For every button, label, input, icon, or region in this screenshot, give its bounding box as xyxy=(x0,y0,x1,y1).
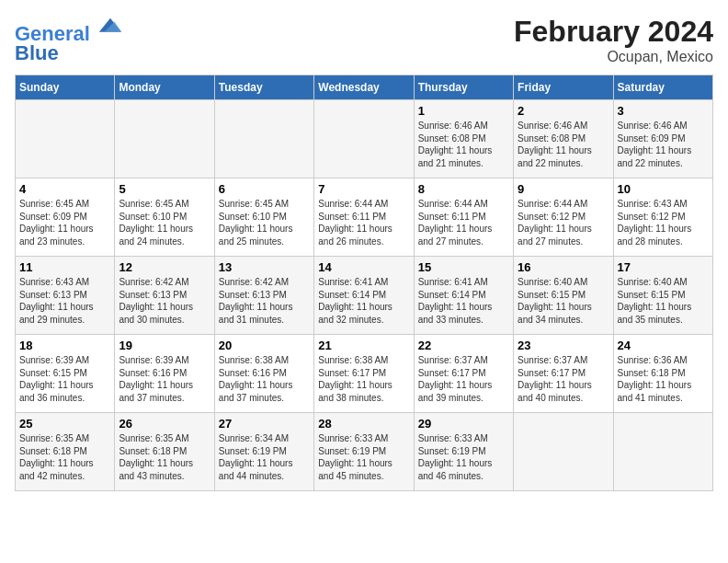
day-info: Sunrise: 6:34 AM Sunset: 6:19 PM Dayligh… xyxy=(219,432,310,482)
calendar-week-2: 11Sunrise: 6:43 AM Sunset: 6:13 PM Dayli… xyxy=(16,257,713,335)
day-number: 2 xyxy=(518,104,609,118)
calendar-cell: 4Sunrise: 6:45 AM Sunset: 6:09 PM Daylig… xyxy=(16,178,115,257)
logo: General Blue xyxy=(15,15,123,65)
calendar-cell: 1Sunrise: 6:46 AM Sunset: 6:08 PM Daylig… xyxy=(414,100,513,178)
calendar-cell: 2Sunrise: 6:46 AM Sunset: 6:08 PM Daylig… xyxy=(514,100,613,178)
day-info: Sunrise: 6:37 AM Sunset: 6:17 PM Dayligh… xyxy=(518,354,609,404)
day-info: Sunrise: 6:33 AM Sunset: 6:19 PM Dayligh… xyxy=(318,432,409,482)
day-number: 11 xyxy=(19,260,110,274)
header: General Blue February 2024 Ocupan, Mexic… xyxy=(15,15,713,65)
calendar-cell: 24Sunrise: 6:36 AM Sunset: 6:18 PM Dayli… xyxy=(613,335,712,413)
day-number: 18 xyxy=(19,339,110,352)
day-info: Sunrise: 6:42 AM Sunset: 6:13 PM Dayligh… xyxy=(119,276,210,326)
day-number: 5 xyxy=(119,182,210,196)
day-number: 22 xyxy=(418,339,509,352)
calendar-cell: 18Sunrise: 6:39 AM Sunset: 6:15 PM Dayli… xyxy=(16,335,115,413)
calendar-cell xyxy=(514,413,613,491)
calendar-week-3: 18Sunrise: 6:39 AM Sunset: 6:15 PM Dayli… xyxy=(16,335,713,413)
day-number: 4 xyxy=(19,182,110,196)
day-info: Sunrise: 6:35 AM Sunset: 6:18 PM Dayligh… xyxy=(19,432,110,482)
day-info: Sunrise: 6:37 AM Sunset: 6:17 PM Dayligh… xyxy=(418,354,509,404)
day-info: Sunrise: 6:39 AM Sunset: 6:16 PM Dayligh… xyxy=(119,354,210,404)
day-number: 19 xyxy=(119,339,210,352)
calendar-header-row: SundayMondayTuesdayWednesdayThursdayFrid… xyxy=(16,75,713,100)
calendar-cell: 12Sunrise: 6:42 AM Sunset: 6:13 PM Dayli… xyxy=(115,257,214,335)
calendar-cell: 16Sunrise: 6:40 AM Sunset: 6:15 PM Dayli… xyxy=(514,257,613,335)
day-info: Sunrise: 6:43 AM Sunset: 6:12 PM Dayligh… xyxy=(618,198,709,247)
calendar-cell xyxy=(214,100,313,178)
calendar-cell xyxy=(314,100,414,178)
day-number: 6 xyxy=(219,182,310,196)
day-number: 15 xyxy=(418,260,509,274)
calendar-cell xyxy=(613,413,712,491)
day-info: Sunrise: 6:45 AM Sunset: 6:10 PM Dayligh… xyxy=(119,198,210,247)
day-info: Sunrise: 6:46 AM Sunset: 6:09 PM Dayligh… xyxy=(618,120,709,169)
day-info: Sunrise: 6:33 AM Sunset: 6:19 PM Dayligh… xyxy=(418,432,509,482)
calendar-cell: 9Sunrise: 6:44 AM Sunset: 6:12 PM Daylig… xyxy=(514,178,613,257)
day-number: 24 xyxy=(618,339,709,352)
day-number: 16 xyxy=(518,260,609,274)
day-number: 25 xyxy=(19,417,110,431)
header-wednesday: Wednesday xyxy=(314,75,414,100)
calendar-cell: 21Sunrise: 6:38 AM Sunset: 6:17 PM Dayli… xyxy=(314,335,414,413)
day-number: 26 xyxy=(119,417,210,431)
calendar-cell: 3Sunrise: 6:46 AM Sunset: 6:09 PM Daylig… xyxy=(613,100,712,178)
day-number: 12 xyxy=(119,260,210,274)
day-number: 27 xyxy=(219,417,310,431)
day-info: Sunrise: 6:45 AM Sunset: 6:10 PM Dayligh… xyxy=(219,198,310,247)
day-number: 3 xyxy=(618,104,709,118)
calendar-cell: 8Sunrise: 6:44 AM Sunset: 6:11 PM Daylig… xyxy=(414,178,513,257)
day-number: 20 xyxy=(219,339,310,352)
calendar-cell: 17Sunrise: 6:40 AM Sunset: 6:15 PM Dayli… xyxy=(613,257,712,335)
day-number: 1 xyxy=(418,104,509,118)
day-number: 9 xyxy=(518,182,609,196)
day-info: Sunrise: 6:41 AM Sunset: 6:14 PM Dayligh… xyxy=(318,276,409,326)
day-info: Sunrise: 6:41 AM Sunset: 6:14 PM Dayligh… xyxy=(418,276,509,326)
calendar-cell: 13Sunrise: 6:42 AM Sunset: 6:13 PM Dayli… xyxy=(214,257,313,335)
day-number: 14 xyxy=(318,260,409,274)
day-info: Sunrise: 6:44 AM Sunset: 6:11 PM Dayligh… xyxy=(318,198,409,247)
calendar-table: SundayMondayTuesdayWednesdayThursdayFrid… xyxy=(15,75,713,491)
calendar-cell xyxy=(16,100,115,178)
day-info: Sunrise: 6:38 AM Sunset: 6:17 PM Dayligh… xyxy=(318,354,409,404)
subtitle: Ocupan, Mexico xyxy=(514,49,713,65)
day-info: Sunrise: 6:40 AM Sunset: 6:15 PM Dayligh… xyxy=(518,276,609,326)
calendar-cell: 26Sunrise: 6:35 AM Sunset: 6:18 PM Dayli… xyxy=(115,413,214,491)
header-sunday: Sunday xyxy=(16,75,115,100)
header-saturday: Saturday xyxy=(613,75,712,100)
calendar-cell: 14Sunrise: 6:41 AM Sunset: 6:14 PM Dayli… xyxy=(314,257,414,335)
day-info: Sunrise: 6:42 AM Sunset: 6:13 PM Dayligh… xyxy=(219,276,310,326)
day-info: Sunrise: 6:43 AM Sunset: 6:13 PM Dayligh… xyxy=(19,276,110,326)
calendar-week-4: 25Sunrise: 6:35 AM Sunset: 6:18 PM Dayli… xyxy=(16,413,713,491)
day-info: Sunrise: 6:39 AM Sunset: 6:15 PM Dayligh… xyxy=(19,354,110,404)
day-number: 7 xyxy=(318,182,409,196)
header-tuesday: Tuesday xyxy=(214,75,313,100)
day-info: Sunrise: 6:40 AM Sunset: 6:15 PM Dayligh… xyxy=(618,276,709,326)
calendar-cell: 20Sunrise: 6:38 AM Sunset: 6:16 PM Dayli… xyxy=(214,335,313,413)
calendar-cell: 5Sunrise: 6:45 AM Sunset: 6:10 PM Daylig… xyxy=(115,178,214,257)
calendar-cell: 28Sunrise: 6:33 AM Sunset: 6:19 PM Dayli… xyxy=(314,413,414,491)
header-thursday: Thursday xyxy=(414,75,513,100)
calendar-week-1: 4Sunrise: 6:45 AM Sunset: 6:09 PM Daylig… xyxy=(16,178,713,257)
calendar-cell: 15Sunrise: 6:41 AM Sunset: 6:14 PM Dayli… xyxy=(414,257,513,335)
day-info: Sunrise: 6:44 AM Sunset: 6:11 PM Dayligh… xyxy=(418,198,509,247)
title-area: February 2024 Ocupan, Mexico xyxy=(514,15,713,65)
day-number: 8 xyxy=(418,182,509,196)
calendar-cell: 7Sunrise: 6:44 AM Sunset: 6:11 PM Daylig… xyxy=(314,178,414,257)
calendar-cell: 6Sunrise: 6:45 AM Sunset: 6:10 PM Daylig… xyxy=(214,178,313,257)
calendar-cell: 19Sunrise: 6:39 AM Sunset: 6:16 PM Dayli… xyxy=(115,335,214,413)
calendar-cell: 10Sunrise: 6:43 AM Sunset: 6:12 PM Dayli… xyxy=(613,178,712,257)
day-number: 10 xyxy=(618,182,709,196)
calendar-week-0: 1Sunrise: 6:46 AM Sunset: 6:08 PM Daylig… xyxy=(16,100,713,178)
day-number: 29 xyxy=(418,417,509,431)
calendar-cell: 23Sunrise: 6:37 AM Sunset: 6:17 PM Dayli… xyxy=(514,335,613,413)
header-friday: Friday xyxy=(514,75,613,100)
calendar-cell xyxy=(115,100,214,178)
day-info: Sunrise: 6:38 AM Sunset: 6:16 PM Dayligh… xyxy=(219,354,310,404)
day-info: Sunrise: 6:45 AM Sunset: 6:09 PM Dayligh… xyxy=(19,198,110,247)
day-info: Sunrise: 6:35 AM Sunset: 6:18 PM Dayligh… xyxy=(119,432,210,482)
main-title: February 2024 xyxy=(514,15,713,49)
day-number: 21 xyxy=(318,339,409,352)
day-number: 23 xyxy=(518,339,609,352)
day-info: Sunrise: 6:44 AM Sunset: 6:12 PM Dayligh… xyxy=(518,198,609,247)
